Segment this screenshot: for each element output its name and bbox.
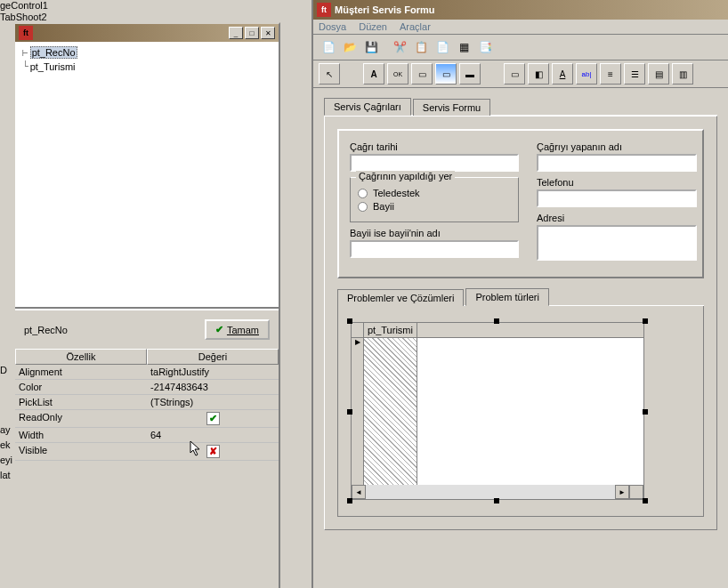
maximize-button[interactable]: □	[245, 27, 259, 39]
image-component-icon[interactable]: ▭	[435, 63, 457, 85]
bg-fragment: eyi	[0, 455, 12, 465]
toolbar-save-icon[interactable]: 💾	[361, 37, 381, 57]
memo-component-icon[interactable]: ≡	[600, 63, 621, 85]
tab-servis-formu[interactable]: Servis Formu	[413, 99, 490, 116]
designer-titlebar[interactable]: ft Müşteri Servis Formu	[313, 0, 728, 20]
radio-label: Teledestek	[373, 188, 420, 198]
inner-tabs: Problemler ve Çözümleri Problem türleri	[337, 287, 704, 306]
minimize-button[interactable]: _	[229, 27, 243, 39]
toolbar-cut-icon[interactable]: ✂️	[390, 37, 409, 57]
label-cagri-tarihi: Çağrı tarihi	[350, 141, 519, 152]
radio-teledestek[interactable]: Teledestek	[358, 188, 511, 198]
nav-component-icon[interactable]: ▥	[672, 63, 693, 85]
grid-component-icon[interactable]: ▤	[648, 63, 669, 85]
columns-tree[interactable]: ⊢ pt_RecNo └ pt_Turismi	[15, 42, 279, 309]
checkbox-unchecked-icon: ✘	[206, 445, 220, 458]
toolbar-sheet-icon[interactable]: 📑	[475, 37, 495, 57]
tab-servis-cagrilari[interactable]: Servis Çağrıları	[324, 98, 411, 116]
input-cagri-tarihi[interactable]	[350, 154, 519, 172]
scroll-corner	[629, 485, 643, 499]
property-grid-header: Özellik Değeri	[15, 349, 279, 365]
header-degeri: Değeri	[147, 349, 279, 365]
prop-name: ReadOnly	[15, 410, 147, 427]
prop-value[interactable]: -2147483643	[147, 380, 279, 394]
tree-item-pt-recno[interactable]: ⊢ pt_RecNo	[22, 45, 271, 60]
tabpage-servis-cagrilari: Çağrı tarihi Çağrının yapıldığı yer Tele…	[324, 116, 717, 530]
bg-fragment: geControl1	[0, 0, 48, 11]
menu-araclar[interactable]: Araçlar	[400, 21, 431, 32]
grid-column-header[interactable]: pt_Turismi	[364, 323, 417, 337]
selection-handle[interactable]	[643, 498, 648, 503]
prop-value[interactable]: taRightJustify	[147, 365, 279, 379]
label-bayii-ise: Bayii ise bayii'nin adı	[350, 228, 519, 238]
tree-item-pt-turismi[interactable]: └ pt_Turismi	[22, 60, 271, 73]
selector-tool-icon[interactable]: ↖	[319, 63, 340, 85]
prop-value[interactable]: ✘	[147, 443, 279, 460]
scroll-right-icon[interactable]: ►	[615, 485, 629, 499]
grid-empty-area	[417, 338, 643, 485]
prop-row-visible[interactable]: Visible ✘	[15, 443, 279, 461]
inspector-titlebar[interactable]: ft _ □ ✕	[15, 24, 279, 42]
prop-row-color[interactable]: Color -2147483643	[15, 380, 279, 395]
grid-data-column[interactable]	[364, 338, 417, 485]
prop-value[interactable]: (TStrings)	[147, 395, 279, 409]
grid-indicator-column: ▶	[352, 338, 364, 485]
toolbar-new-icon[interactable]: 📄	[319, 37, 338, 57]
input-adresi[interactable]	[537, 225, 697, 261]
design-canvas: Servis Çağrıları Servis Formu Çağrı tari…	[313, 88, 728, 539]
selection-handle[interactable]	[643, 318, 648, 324]
grid-scrollbar: ◄ ►	[352, 485, 643, 499]
toolbar: 📄 📂 💾 ✂️ 📋 📄 ▦ 📑	[313, 35, 728, 60]
selection-handle[interactable]	[347, 498, 352, 503]
menu-dosya[interactable]: Dosya	[319, 21, 346, 32]
tab-problem-turleri[interactable]: Problem türleri	[465, 288, 549, 306]
toolbar-component-icon[interactable]: ▭	[504, 63, 525, 85]
label-component-icon[interactable]: A	[363, 63, 384, 85]
columns-editor-window: ft _ □ ✕ ⊢ pt_RecNo └ pt_Turismi pt_RecN…	[13, 22, 280, 588]
prop-row-width[interactable]: Width 64	[15, 428, 279, 443]
prop-value[interactable]: ✔	[147, 410, 279, 427]
toolbar-open-icon[interactable]: 📂	[340, 37, 360, 57]
selection-handle[interactable]	[643, 409, 648, 415]
input-cagriyi-yapanin-adi[interactable]	[537, 154, 697, 172]
text-component-icon[interactable]: A	[552, 63, 573, 85]
prop-row-alignment[interactable]: Alignment taRightJustify	[15, 365, 279, 380]
label-adresi: Adresi	[537, 213, 697, 223]
selection-handle[interactable]	[494, 498, 499, 503]
db-grid[interactable]: pt_Turismi ▶ ◄ ►	[351, 322, 644, 500]
close-button[interactable]: ✕	[261, 27, 275, 39]
selection-handle[interactable]	[494, 318, 499, 324]
toolbar-copy-icon[interactable]: 📋	[411, 37, 431, 57]
tab-problemler[interactable]: Problemler ve Çözümleri	[337, 289, 464, 306]
groupbox-cagrinin-yapildigi-yer: Çağrının yapıldığı yer Teledestek Bayii	[350, 177, 519, 222]
ok-button[interactable]: ✔ Tamam	[205, 319, 270, 340]
toolbar-paste-icon[interactable]: 📄	[433, 37, 452, 57]
menu-duzen[interactable]: Düzen	[359, 21, 387, 32]
radio-bayii[interactable]: Bayii	[358, 201, 511, 212]
prop-row-picklist[interactable]: PickList (TStrings)	[15, 395, 279, 410]
radio-circle-icon	[358, 202, 368, 212]
selection-handle[interactable]	[347, 318, 352, 324]
shape-component-icon[interactable]: ▬	[459, 63, 481, 85]
radio-label: Bayii	[373, 201, 394, 212]
selection-handle[interactable]	[347, 409, 352, 415]
grid-body: ▶	[352, 338, 643, 485]
prop-row-readonly[interactable]: ReadOnly ✔	[15, 410, 279, 428]
panel-component-icon[interactable]: ▭	[411, 63, 433, 85]
app-icon: ft	[19, 26, 33, 40]
groupbox-title: Çağrının yapıldığı yer	[356, 171, 455, 181]
toolbar-grid-icon[interactable]: ▦	[454, 37, 473, 57]
ok-button-label: Tamam	[227, 325, 259, 335]
button-component-icon[interactable]: OK	[387, 63, 408, 85]
align-component-icon[interactable]: ◧	[528, 63, 549, 85]
scroll-track[interactable]	[366, 485, 615, 499]
input-bayii-adi[interactable]	[350, 240, 519, 258]
edit-component-icon[interactable]: ab|	[576, 63, 597, 85]
property-grid-empty	[15, 461, 279, 588]
label-telefonu: Telefonu	[537, 177, 697, 188]
list-component-icon[interactable]: ☰	[624, 63, 645, 85]
input-telefonu[interactable]	[537, 189, 697, 207]
scroll-left-icon[interactable]: ◄	[352, 485, 366, 499]
prop-value[interactable]: 64	[147, 428, 279, 442]
prop-name: Color	[15, 380, 147, 394]
